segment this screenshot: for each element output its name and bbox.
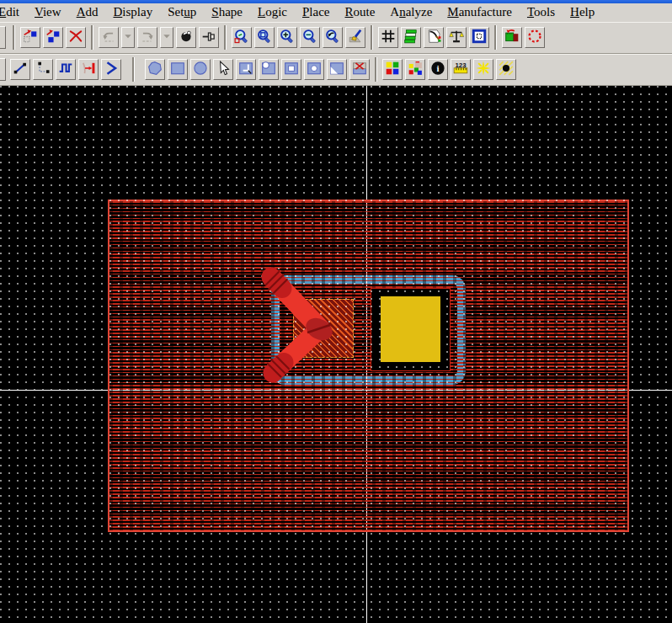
- menu-item-analyze[interactable]: Analyze: [382, 4, 440, 21]
- design-canvas[interactable]: [0, 86, 672, 623]
- vertex-button[interactable]: [101, 59, 121, 80]
- void-circle-icon: [307, 61, 322, 78]
- zoom-points-button[interactable]: [232, 27, 252, 48]
- unplace-component-icon: [527, 29, 542, 46]
- toolbar-separator: [375, 57, 377, 82]
- toolbar-separator: [371, 25, 373, 50]
- zoom-fit-button[interactable]: [254, 27, 275, 48]
- dropdown-icon: [162, 31, 172, 44]
- select-shape-icon: [216, 61, 231, 78]
- measure-icon: 123: [453, 61, 468, 78]
- vertex-icon: [104, 61, 119, 78]
- dropdown-icon: [123, 31, 133, 44]
- info-icon: i: [430, 61, 445, 78]
- undo-icon: [101, 29, 116, 46]
- redraw-icon: [348, 29, 363, 46]
- void-delete-button[interactable]: [349, 59, 370, 80]
- menu-item-shape[interactable]: Shape: [204, 4, 250, 21]
- undo-button[interactable]: [99, 27, 119, 48]
- void-polygon-button[interactable]: [327, 59, 347, 80]
- custom-route-icon: [58, 61, 73, 78]
- menu-item-logic[interactable]: Logic: [250, 4, 295, 21]
- toolbar-separator: [224, 25, 227, 50]
- zoom-fit-icon: [257, 29, 272, 46]
- void-rect-icon: [284, 61, 299, 78]
- shape-edit-boundary-button[interactable]: [236, 59, 256, 80]
- yellow-smd-pad[interactable]: [381, 296, 440, 362]
- slide-icon: [35, 61, 51, 78]
- shape-edit-boundary-icon: [238, 61, 253, 78]
- menu-item-display[interactable]: Display: [105, 4, 160, 21]
- hatched-smd-pad[interactable]: [293, 299, 354, 358]
- fanout-icon: [81, 61, 96, 78]
- highlight-button[interactable]: [473, 59, 493, 80]
- void-rect-button[interactable]: [281, 59, 301, 80]
- pin-button[interactable]: [199, 27, 219, 48]
- assign-color-button[interactable]: [405, 59, 425, 80]
- clipped-button: [0, 26, 6, 49]
- create-fanout-button[interactable]: [78, 59, 99, 80]
- grid-toggle-button[interactable]: [378, 27, 398, 48]
- unplace-component-button[interactable]: [525, 27, 545, 48]
- undo-options-button[interactable]: [121, 27, 135, 48]
- color-priority-button[interactable]: [382, 59, 403, 80]
- shape-add-circle-button[interactable]: [190, 59, 211, 80]
- zoom-out-button[interactable]: [300, 27, 320, 48]
- assign-color-icon: [408, 61, 423, 78]
- highlight-icon: [476, 61, 491, 78]
- add-connect-button[interactable]: [10, 59, 30, 80]
- cross-section-button[interactable]: [401, 27, 421, 48]
- copper-pour-shape[interactable]: [108, 200, 629, 532]
- dehighlight-button[interactable]: [496, 59, 516, 80]
- place-component-icon: [504, 29, 520, 46]
- toolbar-row-1: [0, 22, 672, 54]
- menu-item-setup[interactable]: Setup: [160, 4, 204, 21]
- shape-merge-button[interactable]: [259, 59, 279, 80]
- constraints-icon: [449, 29, 464, 46]
- custom-route-button[interactable]: [56, 59, 76, 80]
- add-connect-icon: [13, 61, 28, 78]
- toolbar-separator: [91, 25, 93, 50]
- zoom-out-icon: [302, 29, 317, 46]
- move-button[interactable]: [20, 27, 40, 48]
- shape-select-button[interactable]: [213, 59, 233, 80]
- zoom-previous-icon: [325, 29, 340, 46]
- menu-item-edit[interactable]: Edit: [0, 4, 27, 21]
- pcb-editor-window: EditViewAddDisplaySetupShapeLogicPlaceRo…: [0, 0, 672, 623]
- delete-button[interactable]: [66, 27, 86, 48]
- zoom-points-icon: [234, 29, 249, 46]
- copy-button[interactable]: [43, 27, 63, 48]
- zoom-in-icon: [280, 29, 295, 46]
- menu-item-manufacture[interactable]: Manufacture: [440, 4, 520, 21]
- redo-button[interactable]: [137, 27, 157, 48]
- shape-add-polygon-button[interactable]: [145, 59, 165, 80]
- menu-bar: EditViewAddDisplaySetupShapeLogicPlaceRo…: [0, 3, 672, 22]
- clipped-button: [0, 58, 6, 81]
- redo-icon: [140, 29, 155, 46]
- show-element-button[interactable]: i: [428, 59, 448, 80]
- shape-add-rect-button[interactable]: [168, 59, 188, 80]
- slide-button[interactable]: [33, 59, 53, 80]
- menu-item-place[interactable]: Place: [295, 4, 337, 21]
- color-visibility-button[interactable]: [424, 27, 444, 48]
- place-component-button[interactable]: [502, 27, 522, 48]
- shape-polygon-icon: [147, 61, 163, 78]
- void-circle-button[interactable]: [304, 59, 324, 80]
- xsection-icon: [403, 29, 419, 46]
- toolbar-separator: [132, 57, 135, 82]
- menu-item-view[interactable]: View: [27, 4, 69, 21]
- zoom-previous-button[interactable]: [323, 27, 343, 48]
- menu-item-route[interactable]: Route: [337, 4, 382, 21]
- menu-item-tools[interactable]: Tools: [520, 4, 563, 21]
- zoom-in-button[interactable]: [277, 27, 297, 48]
- menu-item-add[interactable]: Add: [69, 4, 106, 21]
- color-priority-icon: [385, 61, 400, 78]
- shape-check-button[interactable]: [469, 27, 489, 48]
- glue-button[interactable]: [176, 27, 196, 48]
- menu-item-help[interactable]: Help: [563, 4, 602, 21]
- shape-circle-icon: [193, 61, 208, 78]
- measure-button[interactable]: 123: [451, 59, 471, 80]
- redraw-button[interactable]: [345, 27, 365, 48]
- constraint-manager-button[interactable]: [446, 27, 467, 48]
- redo-options-button[interactable]: [160, 27, 173, 48]
